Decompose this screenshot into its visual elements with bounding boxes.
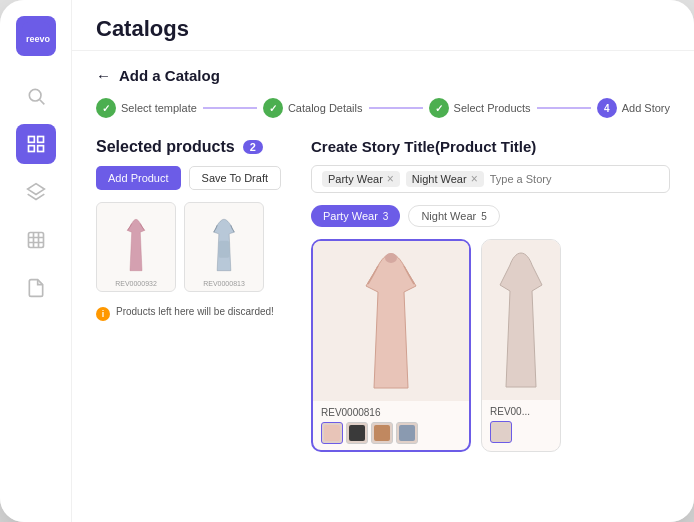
product-id-1: REV0000932 bbox=[115, 280, 157, 287]
tag-party-wear-label: Party Wear bbox=[328, 173, 383, 185]
filter-tab-night-label: Night Wear bbox=[421, 210, 476, 222]
tag-party-wear[interactable]: Party Wear × bbox=[322, 171, 400, 187]
story-product-img-1 bbox=[313, 241, 469, 401]
tag-night-wear-close[interactable]: × bbox=[471, 173, 478, 185]
app-logo: reevoy bbox=[16, 16, 56, 56]
svg-text:reevoy: reevoy bbox=[26, 34, 50, 44]
story-product-thumbs-1 bbox=[321, 422, 461, 444]
product-image-2 bbox=[185, 210, 263, 280]
product-thumb-2[interactable]: REV0000813 bbox=[184, 202, 264, 292]
svg-rect-6 bbox=[28, 146, 34, 152]
grid-icon[interactable] bbox=[16, 220, 56, 260]
story-section-title: Create Story Title(Product Title) bbox=[311, 138, 670, 155]
story-product-footer-2: REV00... bbox=[482, 400, 560, 449]
sidebar: reevoy bbox=[0, 0, 72, 522]
thumb-mini-5[interactable] bbox=[490, 421, 512, 443]
panel-header: Selected products 2 bbox=[96, 138, 291, 156]
filter-tab-party-label: Party Wear bbox=[323, 210, 378, 222]
product-image-1 bbox=[97, 210, 175, 280]
story-product-thumbs-2 bbox=[490, 421, 552, 443]
story-product-id-1: REV0000816 bbox=[321, 407, 461, 418]
svg-point-2 bbox=[29, 89, 41, 101]
step-2-label: Catalog Details bbox=[288, 102, 363, 114]
thumb-mini-2[interactable] bbox=[346, 422, 368, 444]
svg-rect-16 bbox=[324, 425, 340, 441]
save-draft-button[interactable]: Save To Draft bbox=[189, 166, 281, 190]
product-id-2: REV0000813 bbox=[203, 280, 245, 287]
warning-text: Products left here will be discarded! bbox=[116, 306, 274, 317]
svg-rect-14 bbox=[219, 241, 229, 258]
selected-products-title: Selected products bbox=[96, 138, 235, 156]
svg-line-3 bbox=[39, 100, 44, 105]
back-arrow-icon[interactable]: ← bbox=[96, 67, 111, 84]
step-3: ✓ Select Products bbox=[429, 98, 531, 118]
layers-icon[interactable] bbox=[16, 172, 56, 212]
catalog-icon[interactable] bbox=[16, 124, 56, 164]
file-icon[interactable] bbox=[16, 268, 56, 308]
tag-night-wear-label: Night Wear bbox=[412, 173, 467, 185]
thumb-mini-1[interactable] bbox=[321, 422, 343, 444]
add-catalog-title: Add a Catalog bbox=[119, 67, 220, 84]
filter-tab-party-wear[interactable]: Party Wear 3 bbox=[311, 205, 400, 227]
left-panel: Selected products 2 Add Product Save To … bbox=[96, 138, 291, 506]
action-buttons: Add Product Save To Draft bbox=[96, 166, 291, 190]
content-area: ← Add a Catalog ✓ Select template ✓ Cata… bbox=[72, 51, 694, 522]
two-col-layout: Selected products 2 Add Product Save To … bbox=[96, 138, 670, 506]
svg-rect-5 bbox=[37, 137, 43, 143]
filter-tabs: Party Wear 3 Night Wear 5 bbox=[311, 205, 670, 227]
step-4: 4 Add Story bbox=[597, 98, 670, 118]
add-product-button[interactable]: Add Product bbox=[96, 166, 181, 190]
products-grid: REV0000932 bbox=[96, 202, 291, 292]
svg-rect-18 bbox=[374, 425, 390, 441]
thumb-mini-4[interactable] bbox=[396, 422, 418, 444]
story-product-footer-1: REV0000816 bbox=[313, 401, 469, 450]
step-line-2 bbox=[369, 107, 423, 109]
step-1: ✓ Select template bbox=[96, 98, 197, 118]
filter-tab-night-wear[interactable]: Night Wear 5 bbox=[408, 205, 499, 227]
discard-warning: i Products left here will be discarded! bbox=[96, 306, 291, 321]
story-tag-input[interactable]: Party Wear × Night Wear × bbox=[311, 165, 670, 193]
step-4-label: Add Story bbox=[622, 102, 670, 114]
story-product-img-2 bbox=[482, 240, 560, 400]
story-product-card-2[interactable]: REV00... bbox=[481, 239, 561, 452]
story-product-card-1[interactable]: REV0000816 bbox=[311, 239, 471, 452]
svg-rect-7 bbox=[37, 146, 43, 152]
page-header: Catalogs bbox=[72, 0, 694, 51]
svg-marker-8 bbox=[27, 184, 44, 195]
thumb-mini-3[interactable] bbox=[371, 422, 393, 444]
right-panel: Create Story Title(Product Title) Party … bbox=[311, 138, 670, 506]
step-4-icon: 4 bbox=[597, 98, 617, 118]
main-content: Catalogs ← Add a Catalog ✓ Select templa… bbox=[72, 0, 694, 522]
svg-rect-20 bbox=[493, 424, 509, 440]
page-title: Catalogs bbox=[96, 16, 189, 41]
filter-tab-party-count: 3 bbox=[383, 211, 389, 222]
step-1-label: Select template bbox=[121, 102, 197, 114]
story-products-grid: REV0000816 bbox=[311, 239, 670, 452]
step-line-3 bbox=[537, 107, 591, 109]
svg-point-15 bbox=[385, 253, 397, 263]
story-title-input[interactable] bbox=[490, 173, 659, 185]
svg-rect-9 bbox=[28, 233, 43, 248]
tag-night-wear[interactable]: Night Wear × bbox=[406, 171, 484, 187]
filter-tab-night-count: 5 bbox=[481, 211, 487, 222]
step-1-icon: ✓ bbox=[96, 98, 116, 118]
tag-party-wear-close[interactable]: × bbox=[387, 173, 394, 185]
step-2: ✓ Catalog Details bbox=[263, 98, 363, 118]
step-3-icon: ✓ bbox=[429, 98, 449, 118]
back-nav: ← Add a Catalog bbox=[96, 67, 670, 84]
svg-rect-19 bbox=[399, 425, 415, 441]
svg-rect-4 bbox=[28, 137, 34, 143]
step-3-label: Select Products bbox=[454, 102, 531, 114]
info-icon: i bbox=[96, 307, 110, 321]
step-line-1 bbox=[203, 107, 257, 109]
svg-rect-17 bbox=[349, 425, 365, 441]
search-icon[interactable] bbox=[16, 76, 56, 116]
steps-bar: ✓ Select template ✓ Catalog Details ✓ Se… bbox=[96, 98, 670, 118]
product-thumb-1[interactable]: REV0000932 bbox=[96, 202, 176, 292]
story-product-id-2: REV00... bbox=[490, 406, 552, 417]
step-2-icon: ✓ bbox=[263, 98, 283, 118]
products-count-badge: 2 bbox=[243, 140, 263, 154]
